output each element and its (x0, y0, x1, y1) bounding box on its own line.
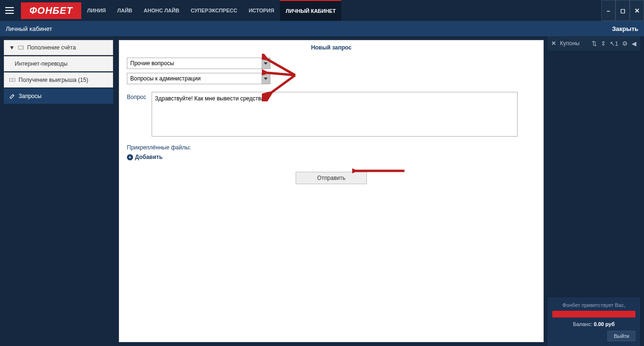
top-bar: ФОНБЕТ ЛИНИЯ ЛАЙВ АНОНС ЛАЙВ СУПЕРЭКСПРЕ… (0, 0, 644, 21)
coupons-bar: ✕ Купоны ⇅ ⇕ ↖1 ⚙ ◀ (548, 36, 640, 50)
window-controls: – ◻ ✕ (601, 0, 644, 21)
page-title: Личный кабинет (6, 25, 52, 32)
select-value: Вопросы к администрации (130, 75, 201, 82)
nav-tab-live[interactable]: ЛАЙВ (112, 0, 138, 21)
nav-tabs: ЛИНИЯ ЛАЙВ АНОНС ЛАЙВ СУПЕРЭКСПРЕСС ИСТО… (81, 0, 341, 21)
balance-text: Баланс: 0.00 руб (552, 321, 635, 327)
sidebar-item-label: Интернет-переводы (15, 60, 67, 67)
maximize-button[interactable]: ◻ (615, 0, 630, 21)
nav-tab-line[interactable]: ЛИНИЯ (81, 0, 111, 21)
wallet-icon (18, 44, 24, 51)
chevron-down-icon (261, 73, 270, 84)
sidebar-item-payout[interactable]: Получение выигрыша (15) (4, 72, 113, 88)
nav-tab-anons[interactable]: АНОНС ЛАЙВ (138, 0, 185, 21)
minimize-button[interactable]: – (601, 0, 615, 21)
nav-tab-cabinet[interactable]: ЛИЧНЫЙ КАБИНЕТ (280, 0, 342, 21)
body: ▼ Пополнение счёта Интернет-переводы Пол… (0, 36, 644, 346)
plus-icon: + (127, 154, 133, 160)
nav-tab-history[interactable]: ИСТОРИЯ (243, 0, 280, 21)
nav-tab-super[interactable]: СУПЕРЭКСПРЕСС (185, 0, 243, 21)
sidebar: ▼ Пополнение счёта Интернет-переводы Пол… (4, 40, 113, 342)
greeting-text: Фонбет приветствует Вас, (552, 302, 635, 308)
sidebar-item-requests[interactable]: Запросы (4, 89, 113, 104)
sidebar-item-label: Получение выигрыша (15) (19, 77, 88, 83)
submit-button[interactable]: Отправить (296, 172, 367, 184)
username-redacted (552, 311, 635, 317)
question-label: Вопрос (127, 92, 147, 100)
add-label: Добавить (135, 154, 163, 160)
svg-point-3 (12, 79, 13, 80)
question-textarea[interactable] (152, 92, 518, 137)
hamburger-icon[interactable] (0, 0, 19, 21)
brand-logo[interactable]: ФОНБЕТ (21, 2, 81, 19)
sidebar-item-deposit[interactable]: ▼ Пополнение счёта (4, 40, 113, 55)
logout-button[interactable]: Выйти (607, 331, 635, 341)
svg-point-1 (22, 47, 23, 48)
select-value: Прочие вопросы (130, 60, 174, 67)
sidebar-item-internet[interactable]: Интернет-переводы (4, 56, 113, 71)
main-content: Новый запрос Прочие вопросы Вопросы к ад… (119, 40, 544, 342)
edit-icon (9, 93, 16, 99)
right-panel: ✕ Купоны ⇅ ⇕ ↖1 ⚙ ◀ Фонбет приветствует … (548, 36, 640, 346)
sidebar-item-label: Запросы (19, 93, 41, 99)
category-select[interactable]: Прочие вопросы (127, 58, 270, 69)
cash-icon (9, 77, 16, 83)
sub-bar: Личный кабинет Закрыть (0, 21, 644, 36)
collapse-icon[interactable]: ◀ (632, 40, 636, 47)
account-panel: Фонбет приветствует Вас, Баланс: 0.00 ру… (548, 297, 640, 346)
coupons-label: Купоны (560, 40, 579, 47)
subcategory-select[interactable]: Вопросы к администрации (127, 73, 270, 84)
coupons-close-icon[interactable]: ✕ (551, 40, 556, 47)
caret-down-icon: ▼ (9, 44, 15, 51)
add-attachment-link[interactable]: + Добавить (127, 154, 536, 160)
expand-icon[interactable]: ⇕ (601, 40, 606, 47)
form-title: Новый запрос (127, 44, 536, 51)
attachments-label: Прикреплённые файлы: (127, 144, 536, 151)
chevron-down-icon (261, 58, 270, 69)
sidebar-item-label: Пополнение счёта (27, 44, 76, 51)
pin-icon[interactable]: ↖1 (610, 40, 618, 47)
gear-icon[interactable]: ⚙ (622, 40, 628, 47)
close-button[interactable]: ✕ (630, 0, 644, 21)
close-link[interactable]: Закрыть (612, 25, 638, 32)
sort-icon[interactable]: ⇅ (592, 40, 597, 47)
